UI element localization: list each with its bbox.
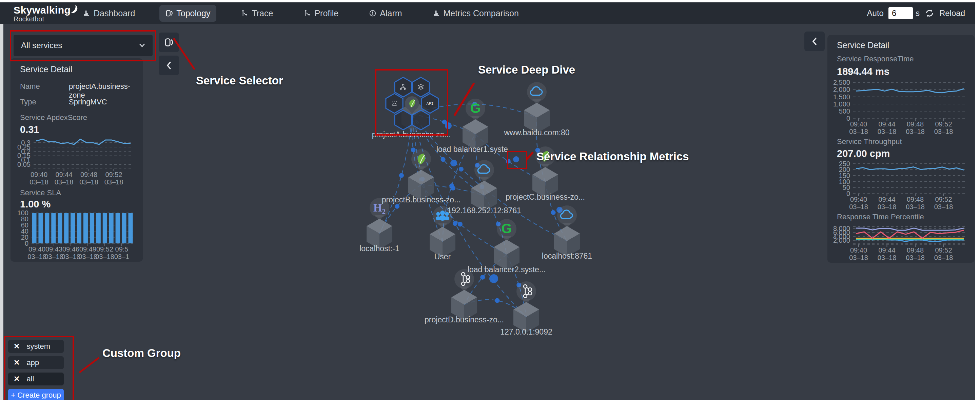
topology-node-lh8761[interactable]: localhost:8761	[542, 205, 592, 260]
left-scrollbar[interactable]	[0, 24, 3, 400]
window-edge-right	[975, 0, 980, 400]
svg-text:G: G	[501, 221, 512, 236]
edge-metrics-dot[interactable]	[441, 157, 445, 162]
topology-node-label: User	[434, 252, 451, 261]
edge-metrics-dot[interactable]	[451, 186, 455, 190]
topology-node-kafka9092[interactable]: 127.0.0.1:9092	[500, 281, 552, 336]
api-icon: API	[426, 102, 433, 106]
topology-node-lb2[interactable]: Gload balancer2.syste...	[468, 219, 546, 274]
topology-node-label: load balancer2.syste...	[468, 265, 546, 274]
topology-canvas[interactable]: APIprojectA.business-zo...Gload balancer…	[0, 2, 975, 400]
edge-metrics-dot[interactable]	[458, 222, 463, 227]
g-icon: G	[470, 101, 480, 116]
hexagon-alarm[interactable]	[386, 94, 403, 113]
edge-metrics-dot[interactable]	[450, 160, 457, 167]
edge-metrics-dot[interactable]	[513, 156, 519, 162]
hexagon-empty[interactable]	[412, 110, 429, 130]
edge-metrics-dot[interactable]	[551, 210, 556, 215]
topology-node-projectC[interactable]: projectC.business-zo...	[506, 146, 585, 202]
edge-metrics-dot[interactable]	[480, 275, 485, 280]
topology-node-label: localhost:-1	[360, 244, 399, 253]
svg-text:G: G	[470, 101, 480, 116]
topology-node-label: projectC.business-zo...	[506, 192, 585, 202]
topology-node-label: projectD.business-zo...	[425, 315, 504, 324]
edge-metrics-dot[interactable]	[506, 159, 511, 164]
topology-node-label: projectA.business-zo...	[372, 130, 451, 139]
topology-node-projectB[interactable]: projectB.business-zo...	[382, 149, 461, 204]
hexagon-empty[interactable]	[395, 110, 412, 130]
edge-metrics-dot[interactable]	[445, 122, 452, 129]
topology-node-label: 127.0.0.1:9092	[500, 327, 552, 336]
topology-node-net192[interactable]: 192.168.252.12:8761	[447, 160, 521, 215]
topology-node-label: www.baidu.com:80	[504, 128, 570, 137]
topology-node-label: load balancer1.syste...	[436, 145, 514, 154]
edge-metrics-dot[interactable]	[459, 167, 463, 171]
edge-metrics-dot[interactable]	[495, 298, 500, 303]
edge-metrics-dot[interactable]	[395, 204, 399, 209]
svg-text:API: API	[426, 102, 433, 106]
topology-node-label: localhost:8761	[542, 252, 592, 260]
topology-node-user[interactable]: User	[430, 206, 455, 261]
g-icon: G	[501, 221, 512, 236]
edge-metrics-dot[interactable]	[399, 173, 404, 178]
app-root: APIprojectA.business-zo...Gload balancer…	[0, 2, 975, 400]
topology-node-label: projectB.business-zo...	[382, 195, 461, 204]
window-edge-top	[0, 0, 980, 2]
topology-node-lh-1[interactable]: H2localhost:-1	[360, 198, 399, 253]
topology-node-projectA[interactable]: APIprojectA.business-zo...	[372, 77, 451, 139]
edge-metrics-dot[interactable]	[489, 274, 498, 283]
topology-node-label: 192.168.252.12:8761	[447, 206, 521, 215]
skywalking-topology-page: APIprojectA.business-zo...Gload balancer…	[0, 0, 980, 400]
